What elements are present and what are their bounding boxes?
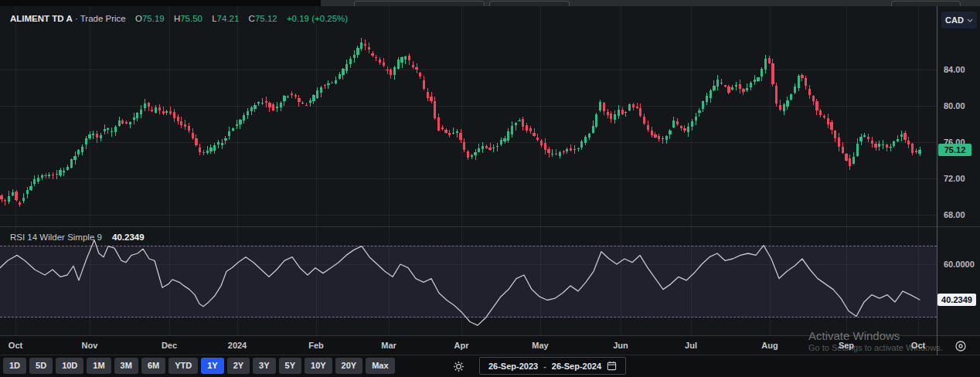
last-price-badge: 75.12: [938, 144, 971, 156]
range-button-1y[interactable]: 1Y: [201, 358, 223, 374]
price-axis-label: 72.00: [944, 173, 979, 184]
time-axis-label: Dec: [162, 341, 177, 350]
time-axis-label: Feb: [308, 341, 324, 350]
price-candlestick-chart[interactable]: [0, 6, 937, 226]
date-range-picker[interactable]: 26-Sep-2023 - 26-Sep-2024: [479, 357, 626, 375]
time-axis-label: 2024: [228, 341, 247, 350]
rsi-axis-label: 60.0000: [944, 259, 979, 270]
date-to: 26-Sep-2024: [552, 362, 601, 371]
browser-tab-remnant[interactable]: [891, 1, 961, 6]
browser-tab-remnant[interactable]: [354, 1, 485, 6]
currency-dropdown[interactable]: CAD: [941, 12, 977, 29]
bottom-toolbar: 1D5D10D1M3M6MYTD1Y2Y3Y5Y10Y20YMax 26-Sep…: [0, 355, 980, 377]
time-axis-label: Mar: [381, 341, 396, 350]
series-label: Trade Price: [80, 14, 126, 23]
date-from: 26-Sep-2023: [488, 362, 538, 371]
rsi-current-value: 40.2349: [112, 233, 145, 242]
close-value: C75.12: [249, 14, 277, 23]
rsi-line-chart[interactable]: [0, 228, 937, 336]
timeframe-buttons: 1D5D10D1M3M6MYTD1Y2Y3Y5Y10Y20YMax: [3, 358, 395, 374]
range-button-2y[interactable]: 2Y: [227, 358, 250, 374]
range-button-1m[interactable]: 1M: [87, 358, 111, 374]
pane-separator: [0, 335, 980, 336]
range-button-5d[interactable]: 5D: [29, 358, 53, 374]
time-axis-label: May: [532, 341, 548, 350]
price-axis-label: 84.00: [944, 64, 979, 75]
low-value: L74.21: [212, 14, 239, 23]
time-axis-label: Oct: [911, 341, 925, 350]
range-button-3m[interactable]: 3M: [114, 358, 138, 374]
range-button-10d[interactable]: 10D: [56, 358, 83, 374]
pane-separator[interactable]: [0, 226, 980, 227]
rsi-value-badge: 40.2349: [937, 294, 976, 306]
time-axis-label: Nov: [82, 341, 98, 350]
time-axis-label: Sep: [839, 341, 854, 350]
rsi-line: [0, 240, 920, 326]
browser-tab-strip: [0, 0, 980, 6]
calendar-icon: [607, 361, 617, 371]
price-axis-label: 68.00: [944, 209, 979, 220]
currency-value: CAD: [945, 15, 964, 25]
header-separator: ·: [75, 14, 78, 23]
price-axis[interactable]: [937, 6, 980, 336]
time-axis[interactable]: OctNovDec2024FebMarAprMayJunJulAugSepOct: [0, 336, 980, 355]
browser-tab-remnant[interactable]: [489, 1, 570, 6]
date-range-dash: -: [543, 362, 546, 371]
range-button-ytd[interactable]: YTD: [168, 358, 198, 374]
target-icon: [954, 340, 967, 352]
chevron-down-icon: [967, 19, 973, 22]
app-window: ALIMENT TD A · Trade Price O75.19 H75.50…: [0, 0, 980, 377]
chart-settings-button[interactable]: [451, 358, 466, 374]
open-value: O75.19: [135, 14, 165, 23]
time-axis-label: Apr: [454, 341, 469, 350]
time-axis-label: Jul: [685, 341, 697, 350]
symbol-name[interactable]: ALIMENT TD A: [10, 14, 73, 23]
range-button-1d[interactable]: 1D: [3, 358, 26, 374]
range-button-6m[interactable]: 6M: [141, 358, 165, 374]
rsi-title: RSI 14 Wilder Simple 9: [10, 233, 102, 242]
range-button-20y[interactable]: 20Y: [335, 358, 363, 374]
scroll-to-latest-button[interactable]: [953, 339, 968, 353]
range-button-max[interactable]: Max: [366, 358, 394, 374]
candle-series[interactable]: [0, 38, 920, 206]
change-value: +0.19 (+0.25%): [287, 14, 348, 23]
high-value: H75.50: [174, 14, 202, 23]
range-button-5y[interactable]: 5Y: [279, 358, 301, 374]
rsi-header[interactable]: RSI 14 Wilder Simple 9 40.2349: [10, 233, 145, 242]
price-axis-label: 80.00: [944, 100, 979, 111]
pane-separator: [0, 355, 980, 355]
range-button-3y[interactable]: 3Y: [253, 358, 275, 374]
range-button-10y[interactable]: 10Y: [305, 358, 332, 374]
time-axis-label: Jun: [613, 341, 628, 350]
time-axis-label: Aug: [761, 341, 778, 350]
gear-icon: [453, 361, 464, 372]
time-axis-label: Oct: [9, 341, 22, 350]
instrument-header: ALIMENT TD A · Trade Price O75.19 H75.50…: [10, 14, 348, 23]
